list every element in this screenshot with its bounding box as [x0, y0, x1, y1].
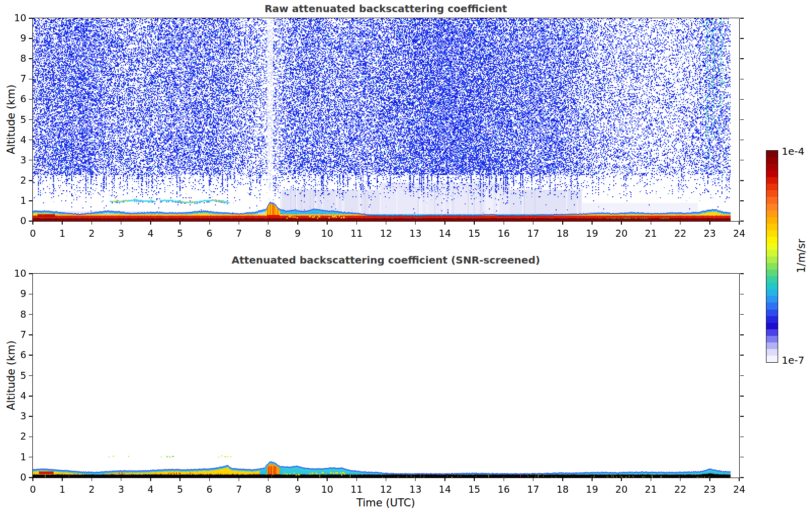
x-tick-mark: [209, 478, 210, 481]
x-tick-mark: [32, 478, 33, 481]
x-tick-mark: [62, 478, 63, 481]
x-tick-label: 24: [728, 484, 750, 495]
y-tick-mark: [29, 416, 32, 417]
x-tick-label: 7: [228, 484, 250, 495]
colorbar-band: [766, 190, 778, 197]
x-tick-mark: [150, 221, 151, 225]
y-tick-mark-right: [740, 273, 744, 274]
x-tick-label: 20: [610, 484, 633, 495]
y-tick-mark: [29, 273, 32, 274]
x-tick-label: 11: [345, 228, 368, 239]
x-tick-label: 12: [375, 484, 397, 495]
x-tick-label: 5: [169, 484, 191, 495]
x-tick-label: 2: [80, 228, 103, 239]
colorbar-band: [766, 256, 778, 263]
y-tick-mark: [29, 334, 32, 335]
x-tick-mark: [533, 221, 534, 225]
y-tick-mark-right: [740, 58, 744, 59]
y-tick-label: 9: [0, 288, 26, 299]
x-tick-label: 18: [552, 228, 574, 239]
y-tick-mark: [29, 58, 32, 59]
y-tick-mark-right: [740, 437, 744, 438]
colorbar-band: [766, 296, 778, 303]
x-tick-label: 15: [463, 484, 485, 495]
x-tick-mark: [415, 221, 416, 225]
x-tick-label: 12: [375, 228, 397, 239]
y-tick-mark-right: [740, 355, 744, 356]
x-tick-mark: [268, 478, 269, 481]
y-tick-label: 6: [0, 349, 26, 360]
y-tick-mark: [29, 38, 32, 39]
x-tick-label: 14: [434, 484, 456, 495]
x-tick-mark: [533, 478, 534, 481]
y-tick-mark: [29, 457, 32, 458]
x-tick-mark: [444, 221, 445, 225]
colorbar-band: [766, 177, 778, 184]
x-tick-label: 3: [110, 484, 132, 495]
y-tick-label: 1: [0, 451, 26, 462]
x-tick-label: 3: [110, 228, 132, 239]
x-tick-mark: [709, 221, 710, 225]
y-tick-mark-right: [740, 99, 744, 100]
colorbar-band: [766, 250, 778, 256]
y-tick-mark-right: [740, 375, 744, 376]
y-tick-mark: [29, 119, 32, 120]
y-tick-label: 1: [0, 195, 26, 206]
y-tick-mark: [29, 396, 32, 397]
x-tick-mark: [62, 221, 63, 225]
y-tick-label: 7: [0, 73, 26, 84]
x-tick-label: 4: [140, 228, 162, 239]
y-tick-mark: [29, 18, 32, 19]
x-tick-label: 0: [22, 484, 44, 495]
x-tick-label: 13: [404, 484, 427, 495]
x-tick-mark: [356, 221, 357, 225]
x-tick-mark: [415, 478, 416, 481]
y-tick-label: 2: [0, 175, 26, 186]
x-tick-mark: [709, 478, 710, 481]
y-tick-mark: [29, 140, 32, 141]
x-tick-label: 21: [640, 228, 662, 239]
x-tick-label: 0: [22, 228, 44, 239]
colorbar-max-label: 1e-4: [782, 145, 804, 157]
colorbar-min-label: 1e-7: [782, 354, 804, 366]
x-tick-mark: [121, 221, 122, 225]
x-tick-mark: [504, 478, 505, 481]
y-tick-label: 7: [0, 329, 26, 340]
raw-panel-title: Raw attenuated backscattering coefficien…: [32, 3, 740, 15]
x-tick-mark: [739, 221, 740, 225]
y-tick-label: 8: [0, 309, 26, 320]
x-tick-mark: [444, 478, 445, 481]
x-tick-label: 10: [316, 228, 338, 239]
x-tick-label: 24: [728, 228, 750, 239]
x-tick-label: 19: [581, 484, 603, 495]
colorbar-band: [766, 184, 778, 190]
y-tick-label: 10: [0, 12, 26, 23]
y-tick-mark-right: [740, 180, 744, 181]
y-tick-label: 8: [0, 53, 26, 64]
y-tick-mark: [29, 375, 32, 376]
colorbar-band: [766, 151, 778, 157]
x-tick-label: 23: [699, 484, 721, 495]
y-tick-label: 5: [0, 114, 26, 125]
x-tick-label: 8: [257, 228, 280, 239]
x-tick-mark: [651, 221, 652, 225]
x-tick-mark: [268, 221, 269, 225]
y-tick-label: 2: [0, 431, 26, 442]
y-tick-mark: [29, 221, 32, 222]
raw-backscatter-heatmap: [33, 18, 739, 221]
x-tick-label: 18: [552, 484, 574, 495]
colorbar-band: [766, 204, 778, 210]
x-tick-label: 14: [434, 228, 456, 239]
x-tick-label: 22: [669, 228, 692, 239]
x-tick-label: 17: [522, 484, 545, 495]
x-tick-mark: [651, 478, 652, 481]
colorbar-band: [766, 224, 778, 230]
y-tick-label: 4: [0, 390, 26, 401]
x-tick-label: 1: [51, 228, 73, 239]
x-tick-label: 17: [522, 228, 545, 239]
x-tick-mark: [121, 478, 122, 481]
y-tick-mark-right: [740, 200, 744, 201]
x-tick-label: 9: [287, 484, 309, 495]
snr-backscatter-heatmap: [33, 274, 739, 478]
colorbar-band: [766, 289, 778, 296]
